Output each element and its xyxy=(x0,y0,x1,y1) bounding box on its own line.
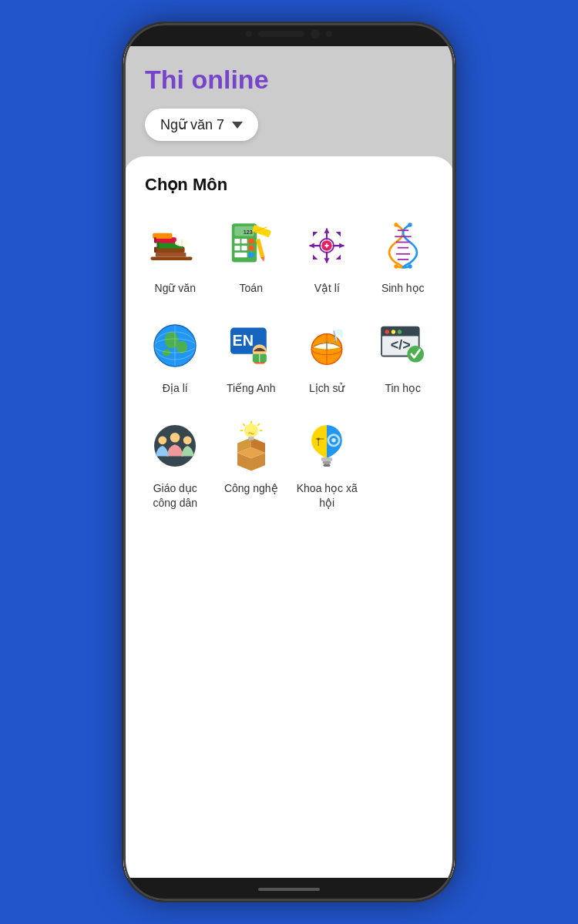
globe-icon xyxy=(147,318,203,373)
svg-rect-18 xyxy=(241,246,247,250)
svg-marker-28 xyxy=(310,243,314,248)
svg-point-47 xyxy=(394,223,398,226)
phone-bottom-bar xyxy=(123,878,455,901)
subject-label-toan: Toán xyxy=(240,281,263,295)
subjects-grid: Ngữ văn 123 xyxy=(139,210,439,517)
svg-marker-30 xyxy=(324,229,330,233)
svg-rect-16 xyxy=(248,239,254,243)
dropdown-label: Ngữ văn 7 xyxy=(160,116,224,133)
svg-point-48 xyxy=(408,223,412,226)
svg-marker-27 xyxy=(339,243,344,248)
svg-rect-14 xyxy=(234,239,240,243)
subject-item-dia-li[interactable]: Địa lí xyxy=(139,310,212,403)
english-icon: EN xyxy=(223,318,279,373)
subject-label-ngu-van: Ngữ văn xyxy=(155,281,196,295)
svg-rect-4 xyxy=(156,253,187,256)
phone-frame: Thi online Ngữ văn 7 Chọn Môn xyxy=(123,23,455,901)
app-header: Thi online Ngữ văn 7 xyxy=(123,46,455,156)
svg-point-86 xyxy=(244,424,258,438)
science-icon xyxy=(299,418,355,474)
subject-label-tin-hoc: Tin học xyxy=(385,381,421,395)
svg-rect-19 xyxy=(248,246,254,250)
svg-rect-24 xyxy=(256,239,265,259)
subject-item-tieng-anh[interactable]: EN Tiếng Anh xyxy=(215,310,288,403)
svg-rect-99 xyxy=(323,461,331,464)
subject-item-khoa-hoc-xa-hoi[interactable]: Khoa học xã hội xyxy=(291,410,364,517)
svg-rect-20 xyxy=(234,253,247,257)
svg-point-79 xyxy=(170,433,180,443)
svg-rect-7 xyxy=(154,237,156,243)
subject-item-sinh-hoc[interactable]: Sinh học xyxy=(367,210,440,303)
svg-marker-37 xyxy=(313,232,318,236)
subject-item-cong-nghe[interactable]: Công nghệ xyxy=(215,410,288,517)
svg-rect-5 xyxy=(154,247,156,253)
books-icon xyxy=(147,218,203,273)
svg-rect-98 xyxy=(321,458,332,462)
civics-icon xyxy=(147,418,203,474)
svg-marker-31 xyxy=(324,258,330,263)
subject-item-toan[interactable]: 123 xyxy=(215,210,288,303)
subject-label-lich-su: Lịch sử xyxy=(309,381,344,395)
subject-picker-sheet: Chọn Môn xyxy=(123,156,455,878)
svg-point-74 xyxy=(398,330,402,333)
svg-rect-87 xyxy=(248,437,254,441)
svg-line-89 xyxy=(257,424,260,427)
sheet-title: Chọn Môn xyxy=(139,175,439,195)
svg-text:123: 123 xyxy=(244,229,253,236)
svg-point-73 xyxy=(391,330,395,333)
subject-item-ngu-van[interactable]: Ngữ văn xyxy=(139,210,212,303)
subject-label-cong-nghe: Công nghệ xyxy=(224,481,278,495)
svg-point-81 xyxy=(183,437,192,445)
svg-point-80 xyxy=(159,437,167,445)
svg-marker-38 xyxy=(336,232,341,236)
notch xyxy=(246,29,332,38)
subject-label-dia-li: Địa lí xyxy=(163,381,188,395)
subject-label-tieng-anh: Tiếng Anh xyxy=(227,381,276,395)
svg-rect-21 xyxy=(248,253,254,257)
subject-label-khoa-hoc-xa-hoi: Khoa học xã hội xyxy=(294,481,361,509)
svg-point-72 xyxy=(385,330,388,333)
notch-camera xyxy=(311,29,320,38)
svg-line-91 xyxy=(243,424,245,427)
subject-item-vat-li[interactable]: Vật lí xyxy=(291,210,364,303)
svg-rect-17 xyxy=(234,246,240,250)
svg-rect-8 xyxy=(151,256,193,260)
notch-dot-left xyxy=(246,31,252,37)
subject-label-sinh-hoc: Sinh học xyxy=(381,281,425,295)
notch-dot-right xyxy=(326,31,332,37)
svg-marker-40 xyxy=(336,255,341,259)
svg-rect-6 xyxy=(157,242,160,249)
dna-icon xyxy=(375,218,431,273)
physics-icon xyxy=(299,218,355,273)
svg-marker-39 xyxy=(313,255,318,259)
notch-speaker xyxy=(258,31,304,37)
screen: Thi online Ngữ văn 7 Chọn Môn xyxy=(123,46,455,878)
svg-point-94 xyxy=(332,438,336,442)
coding-icon: </> xyxy=(375,318,431,373)
chevron-down-icon xyxy=(232,122,243,129)
svg-point-49 xyxy=(394,264,398,268)
subject-label-vat-li: Vật lí xyxy=(314,281,340,295)
home-indicator xyxy=(258,888,320,891)
history-icon xyxy=(299,318,355,373)
subject-item-giao-duc-cong-dan[interactable]: Giáo dục công dân xyxy=(139,410,212,517)
svg-point-50 xyxy=(408,264,412,268)
subject-item-lich-su[interactable]: Lịch sử xyxy=(291,310,364,403)
svg-point-52 xyxy=(165,332,179,349)
svg-rect-15 xyxy=(241,239,247,243)
app-title: Thi online xyxy=(145,65,433,95)
svg-rect-100 xyxy=(324,464,331,467)
technology-icon xyxy=(223,418,279,474)
svg-text:</>: </> xyxy=(391,338,411,353)
svg-text:EN: EN xyxy=(232,332,253,349)
calculator-icon: 123 xyxy=(223,218,279,273)
grade-dropdown[interactable]: Ngữ văn 7 xyxy=(145,109,258,141)
subject-item-tin-hoc[interactable]: </> Tin học xyxy=(367,310,440,403)
subject-label-giao-duc-cong-dan: Giáo dục công dân xyxy=(142,481,209,509)
